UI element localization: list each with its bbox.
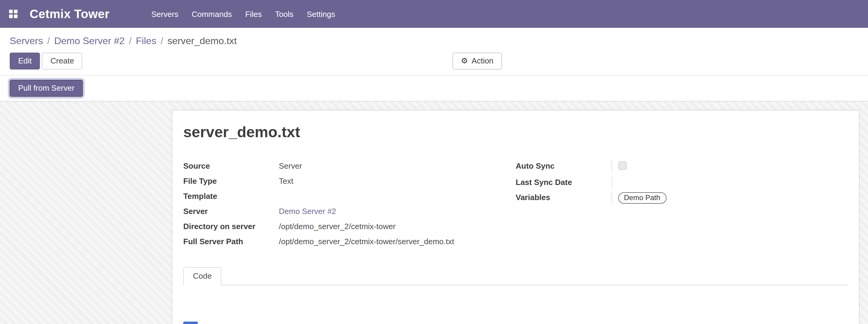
- action-menu-label: Action: [471, 56, 493, 66]
- field-label: File Type: [183, 175, 279, 187]
- apps-grid-icon[interactable]: [9, 10, 18, 18]
- field-groups: Source Server File Type Text Template Se…: [183, 158, 848, 249]
- nav-item-servers[interactable]: Servers: [145, 5, 185, 23]
- top-navbar: Cetmix Tower Servers Commands Files Tool…: [0, 0, 868, 28]
- field-label: Source: [183, 160, 279, 172]
- last-sync-date-value: [611, 176, 848, 188]
- auto-sync-checkbox[interactable]: [618, 161, 626, 170]
- server-value: Demo Server #2: [279, 205, 516, 217]
- file-type-value: Text: [279, 175, 516, 187]
- field-label: Server: [183, 205, 279, 217]
- action-menu-button[interactable]: ⚙ Action: [453, 53, 502, 69]
- field-label: Template: [183, 190, 279, 202]
- field-label: Directory on server: [183, 221, 279, 232]
- breadcrumb-current: server_demo.txt: [167, 36, 237, 46]
- gear-icon: ⚙: [461, 57, 468, 65]
- field-row-variables: Variables Demo Path: [516, 190, 848, 205]
- form-view-background: server_demo.txt Source Server File Type …: [0, 102, 868, 324]
- record-title: server_demo.txt: [183, 123, 848, 141]
- breadcrumb-separator: /: [47, 36, 50, 46]
- edit-button[interactable]: Edit: [10, 53, 40, 69]
- field-row-server: Server Demo Server #2: [183, 204, 516, 219]
- breadcrumb-separator: /: [161, 36, 163, 46]
- apps-grid-square: [9, 10, 13, 13]
- full-path-value: /opt/demo_server_2/cetmix-tower/server_d…: [279, 236, 516, 247]
- tab-code-content: [183, 285, 848, 324]
- field-row-directory: Directory on server /opt/demo_server_2/c…: [183, 219, 516, 234]
- pull-from-server-button[interactable]: Pull from Server: [10, 80, 83, 97]
- nav-item-files[interactable]: Files: [239, 5, 269, 23]
- apps-grid-square: [14, 10, 18, 13]
- field-label: Variables: [516, 192, 611, 203]
- apps-grid-square: [9, 14, 13, 18]
- variables-value: Demo Path: [611, 192, 848, 204]
- control-panel: Servers/Demo Server #2/Files/server_demo…: [0, 28, 868, 75]
- control-panel-buttons: Edit Create ⚙ Action: [10, 53, 858, 75]
- field-row-template: Template: [183, 189, 516, 204]
- field-row-file-type: File Type Text: [183, 173, 516, 189]
- auto-sync-value: [611, 160, 848, 173]
- apps-grid-square: [14, 14, 18, 18]
- notebook-tabs: Code: [183, 267, 848, 285]
- create-button[interactable]: Create: [42, 53, 83, 69]
- breadcrumb-separator: /: [129, 36, 131, 46]
- form-sheet: server_demo.txt Source Server File Type …: [172, 110, 860, 324]
- field-label: Last Sync Date: [516, 176, 611, 188]
- nav-item-tools[interactable]: Tools: [269, 5, 300, 23]
- field-group-left: Source Server File Type Text Template Se…: [183, 158, 516, 249]
- field-label: Full Server Path: [183, 236, 279, 247]
- breadcrumb-link-files[interactable]: Files: [136, 36, 156, 46]
- server-link[interactable]: Demo Server #2: [279, 207, 336, 216]
- template-value: [279, 190, 516, 202]
- field-row-source: Source Server: [183, 158, 516, 173]
- breadcrumb: Servers/Demo Server #2/Files/server_demo…: [10, 31, 858, 53]
- app-window: Cetmix Tower Servers Commands Files Tool…: [0, 0, 868, 324]
- field-row-last-sync-date: Last Sync Date: [516, 175, 848, 190]
- variable-tag-demo-path[interactable]: Demo Path: [618, 192, 666, 204]
- nav-item-settings[interactable]: Settings: [300, 5, 342, 23]
- code-editor-gutter: [183, 322, 198, 324]
- field-label: Auto Sync: [516, 160, 611, 172]
- source-value: Server: [279, 160, 516, 172]
- brand-title[interactable]: Cetmix Tower: [30, 7, 110, 21]
- navbar-menu: Servers Commands Files Tools Settings: [145, 5, 342, 23]
- field-row-auto-sync: Auto Sync: [516, 158, 848, 175]
- nav-item-commands[interactable]: Commands: [185, 5, 239, 23]
- field-group-right: Auto Sync Last Sync Date Variables Demo …: [516, 158, 848, 249]
- field-row-full-path: Full Server Path /opt/demo_server_2/cetm…: [183, 234, 516, 249]
- breadcrumb-link-servers[interactable]: Servers: [10, 36, 43, 46]
- form-statusbar: Pull from Server: [0, 75, 868, 102]
- breadcrumb-link-demo-server[interactable]: Demo Server #2: [54, 36, 125, 46]
- directory-value: /opt/demo_server_2/cetmix-tower: [279, 221, 516, 232]
- tab-code[interactable]: Code: [183, 267, 221, 285]
